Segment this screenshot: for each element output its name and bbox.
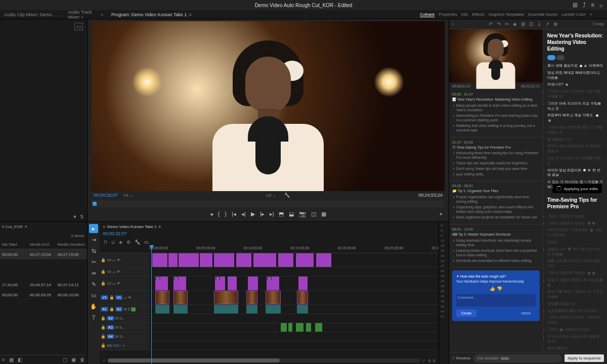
lang-toggle[interactable] <box>556 55 565 60</box>
transcript-line[interactable]: ×프리미어프로 다 배우시면 유용한데 꼭 <box>543 333 607 345</box>
view-grid-icon[interactable]: ▦ <box>9 357 14 362</box>
feedback-input[interactable]: Comment... <box>456 294 536 306</box>
razor-tool[interactable]: ✂ <box>89 257 98 266</box>
transcript-line[interactable]: 을 깨달았나요? <box>543 136 607 143</box>
pen-tool[interactable]: ✎ <box>89 280 98 289</box>
panel-icon[interactable]: ▭ <box>74 23 83 30</box>
transcript-line[interactable]: ×그런데 각정하지 마세요. <box>543 220 607 227</box>
undo-icon[interactable]: ↶ <box>489 21 493 27</box>
effects-tab[interactable]: Effects <box>472 12 484 17</box>
slip-tool[interactable]: ⇔ <box>89 268 98 278</box>
tool-icon[interactable]: ⊞ <box>521 21 525 27</box>
project-row[interactable]: 00;00;0000;27;15;0400;27;15;05 <box>0 249 87 259</box>
segment[interactable]: 00:00 - 01:47 📝 New Year's Resolution: M… <box>449 89 543 138</box>
program-monitor-video[interactable] <box>92 21 445 191</box>
timeline-timecode[interactable]: 00;00;32;07 <box>100 231 439 238</box>
ask-assistant-input[interactable]: Ask assistantBeta <box>473 354 561 362</box>
ripple-tool[interactable]: ⇆ <box>89 246 98 255</box>
tool-icon[interactable]: ⤓ <box>537 21 541 27</box>
hand-tool[interactable]: ✋ <box>89 302 98 311</box>
transcript-line[interactable]: ×혹시 새해 결심으로 이제부터 <box>543 62 607 69</box>
settings-icon[interactable]: ⚙ <box>125 239 132 245</box>
snap-icon[interactable]: ⊓ <box>103 239 108 245</box>
segment[interactable]: 01:47 - 04:20 ⏱ Time-Saving Tips for Pre… <box>449 138 543 181</box>
transcript-line[interactable]: 마세요 <box>543 239 607 246</box>
transcript-line[interactable]: ×막지만 영상 편집이라는 게 한번에 끝날 수 <box>543 143 607 155</box>
close-tab-icon[interactable]: × <box>103 224 105 229</box>
transcript-line[interactable]: ×그런데 각정하지 마세요. 각정하지 마세요. <box>543 314 607 326</box>
track-v3[interactable]: 🔒V3▭👁 <box>100 267 439 277</box>
selection-tool[interactable]: ▸ <box>89 224 98 233</box>
transcript-line[interactable]: 알려드릴게요 <box>543 345 607 352</box>
comparison-icon[interactable]: ◫ <box>311 211 316 217</box>
view-list-icon[interactable]: ≡ <box>2 357 5 362</box>
transcript-line[interactable]: 하셨나요? <box>543 81 607 88</box>
playhead[interactable] <box>151 246 152 364</box>
back-icon[interactable]: ‹ <box>452 21 454 27</box>
extract-icon[interactable]: ⬓ <box>289 211 294 217</box>
wrench-icon[interactable]: 🔧 <box>134 239 141 245</box>
track-v2[interactable]: 🔒V2▭👁 fxfxfxfx <box>100 277 439 291</box>
transcript-line[interactable]: ×그런데 각정하지 마세요. <box>543 326 607 333</box>
transcript-line[interactable]: ×그러다 각정하지 마세요. <box>543 213 607 220</box>
transcript-line[interactable]: 프리미어프로 다 해내세요 그런데 각정하지 <box>543 226 607 239</box>
settings-icon[interactable]: 🔧 <box>284 193 290 198</box>
timeline-ruler[interactable]: 00;00;00;0000;05;00;0000;10;00;0000;15;0… <box>100 246 439 253</box>
track-a2[interactable]: 🔒A2MS⩋ <box>100 314 439 323</box>
track-select-tool[interactable]: ⇥ <box>89 235 98 244</box>
workspace-icon[interactable]: ⊞ <box>573 2 578 9</box>
track-mix[interactable]: 🔒Mix0.0⊦⊣ <box>100 341 439 350</box>
redo-icon[interactable]: ↷ <box>497 21 501 27</box>
menu-icon[interactable]: ≡ <box>591 2 594 9</box>
program-tab[interactable]: Program: Demo Video Korean Take 1 <box>109 11 189 18</box>
go-to-out-icon[interactable]: ▸| <box>270 211 274 217</box>
marker-icon[interactable]: ◈ <box>118 239 123 245</box>
button-editor-icon[interactable]: ▦ <box>321 211 326 217</box>
timeline-scrollbar[interactable]: ○○SS <box>100 357 439 364</box>
add-button-icon[interactable]: + <box>439 211 442 217</box>
transcript-line[interactable]: 있는 게 아니라서 포기하겠을 거예요 <box>543 155 607 167</box>
step-forward-icon[interactable]: |▸ <box>260 211 265 217</box>
graphics-tab[interactable]: Graphics Templates <box>488 12 524 17</box>
transcript-line[interactable]: ×초보자들에게 필히 세 가지 팁이. <box>543 307 607 314</box>
project-name[interactable]: h Cut_KOR <box>2 224 23 229</box>
tool-icon[interactable]: ◈ <box>513 21 517 27</box>
transcript-line[interactable]: ×오늘 이 대해서 배우도 꼭 아는 팁들을 <box>543 277 607 289</box>
mark-out-icon[interactable]: { <box>218 211 220 217</box>
cutback-tab[interactable]: Cutback <box>420 12 435 17</box>
track-v1[interactable]: V1🔒V1▭👁 <box>100 291 439 305</box>
track-a3[interactable]: 🔒A3MS⩋ <box>100 323 439 332</box>
transcript-line[interactable]: ×그러면서 바로 프리미어 프로그램 구독을 하 <box>543 88 607 100</box>
help-link[interactable]: ⓘ Help <box>592 22 604 27</box>
mark-in-icon[interactable]: ◂ <box>210 211 213 217</box>
transcript-line[interactable]: ×그런데 각정하지 마세요. <box>543 269 607 277</box>
sequence-name[interactable]: Demo Video Korean Take 1 <box>107 224 157 229</box>
seq-menu-icon[interactable]: ≡ <box>159 224 161 229</box>
segment[interactable]: 04:20 - 08:01 📁 Tip 1: Organize Your Fil… <box>449 181 543 224</box>
new-item-icon[interactable]: ▣ <box>71 357 76 362</box>
track-a4[interactable]: 🔒A4MS⩋ <box>100 332 439 341</box>
thumbs-down-icon[interactable]: 👎 <box>497 286 502 291</box>
segment[interactable]: 08:01 - 12:46 ⌨ Tip 2: Master Keyboard S… <box>449 224 543 267</box>
track-v4[interactable]: 🔒V4▭👁 <box>100 253 439 267</box>
tool-icon[interactable]: ↗ <box>545 21 549 27</box>
share-icon[interactable]: ⤴ <box>583 2 586 9</box>
go-to-in-icon[interactable]: |◂ <box>232 211 236 217</box>
track-a1[interactable]: A1🔒A1MS⊓ <box>100 305 439 314</box>
tool-icon[interactable]: ⊡ <box>529 21 533 27</box>
sort-icon[interactable]: ⇅ <box>80 214 84 219</box>
transcript-line[interactable]: ×그러면 아예 프리미어 프로 구독을 하고 컷 <box>543 100 607 112</box>
link-icon[interactable]: ⊔ <box>110 239 116 245</box>
lumetri-tab[interactable]: Lumetri Color <box>561 12 586 17</box>
tab-menu-icon[interactable]: ≡ <box>189 12 191 17</box>
send-button[interactable]: Send <box>516 309 536 317</box>
lift-icon[interactable]: ⬒ <box>279 211 284 217</box>
transcript-line[interactable]: 영상 편집 제대로 해봐야겠다라고 다짐들 <box>543 69 607 81</box>
project-row[interactable]: 17;43;0620;44;57;1400;27;14;11 <box>0 280 87 290</box>
tool-icon[interactable]: ⊗ <box>553 21 557 27</box>
timecode-in[interactable]: 00;00;32;07 <box>94 193 118 198</box>
view-freeform-icon[interactable]: ◧ <box>18 357 22 362</box>
audio-clip-mixer-tab[interactable]: Audio Clip Mixer: Demo Video Korean Take… <box>2 11 62 18</box>
transcript-line[interactable]: ×그러는 영상 편집이란 힘긴 긴 여행이라는 것 <box>543 124 607 136</box>
resolution-dropdown[interactable]: 1/2 ⌄ <box>264 193 278 198</box>
